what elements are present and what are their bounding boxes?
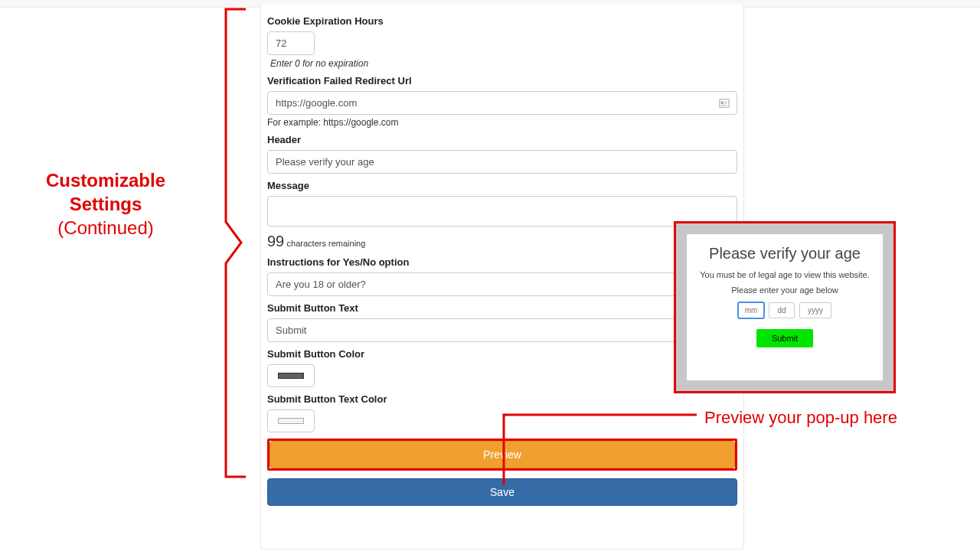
contact-card-icon <box>719 98 730 109</box>
message-input[interactable] <box>267 196 737 227</box>
date-input-row <box>694 302 875 318</box>
preview-button-highlight: Preview <box>267 439 737 471</box>
header-field: Header <box>267 134 737 174</box>
instructions-label: Instructions for Yes/No option <box>267 256 737 268</box>
annotation-line1: Customizable <box>46 168 165 192</box>
submit-text-label: Submit Button Text <box>267 302 737 314</box>
redirect-url-field: Verification Failed Redirect Url For exa… <box>267 75 737 128</box>
cookie-expiration-label: Cookie Expiration Hours <box>267 15 737 27</box>
popup-instructions: Please enter your age below <box>694 285 875 295</box>
customizable-settings-annotation: Customizable Settings (Continued) <box>46 168 165 240</box>
cookie-expiration-help: Enter 0 for no expiration <box>270 58 737 69</box>
preview-annotation: Preview your pop-up here <box>704 408 897 428</box>
color-swatch-dark <box>278 373 304 379</box>
instructions-field: Instructions for Yes/No option <box>267 256 737 296</box>
year-input[interactable] <box>799 302 831 318</box>
color-swatch-light <box>278 418 304 424</box>
annotation-line2: Settings <box>46 192 165 216</box>
header-label: Header <box>267 134 737 145</box>
submit-color-field: Submit Button Color <box>267 348 737 387</box>
popup-inner: Please verify your age You must be of le… <box>687 234 883 380</box>
header-input[interactable] <box>267 150 737 174</box>
settings-panel: Cookie Expiration Hours Enter 0 for no e… <box>260 5 744 549</box>
svg-rect-1 <box>721 101 724 104</box>
month-input[interactable] <box>738 302 764 318</box>
redirect-url-label: Verification Failed Redirect Url <box>267 75 737 86</box>
chars-remaining: 99 characters remaining <box>267 233 737 250</box>
submit-text-field: Submit Button Text <box>267 302 737 342</box>
submit-text-color-input[interactable] <box>267 409 315 432</box>
submit-color-input[interactable] <box>267 364 315 387</box>
annotation-line3: (Continued) <box>46 216 165 240</box>
message-field: Message 99 characters remaining <box>267 180 737 250</box>
submit-text-color-label: Submit Button Text Color <box>267 393 737 405</box>
redirect-url-help: For example: https://google.com <box>267 117 737 128</box>
bracket-annotation <box>224 8 247 478</box>
popup-message: You must be of legal age to view this we… <box>694 270 875 279</box>
preview-button[interactable]: Preview <box>270 441 735 468</box>
redirect-url-input[interactable] <box>267 91 737 115</box>
popup-title: Please verify your age <box>694 245 875 262</box>
popup-submit-button[interactable]: Submit <box>756 329 813 347</box>
save-button[interactable]: Save <box>267 478 737 506</box>
submit-color-label: Submit Button Color <box>267 348 737 360</box>
cookie-expiration-input[interactable] <box>267 31 315 55</box>
message-label: Message <box>267 180 737 191</box>
day-input[interactable] <box>769 302 795 318</box>
cookie-expiration-field: Cookie Expiration Hours Enter 0 for no e… <box>267 15 737 69</box>
submit-text-color-field: Submit Button Text Color <box>267 393 737 432</box>
submit-text-input[interactable] <box>267 318 737 342</box>
popup-preview: Please verify your age You must be of le… <box>674 221 896 393</box>
instructions-input[interactable] <box>267 272 737 296</box>
